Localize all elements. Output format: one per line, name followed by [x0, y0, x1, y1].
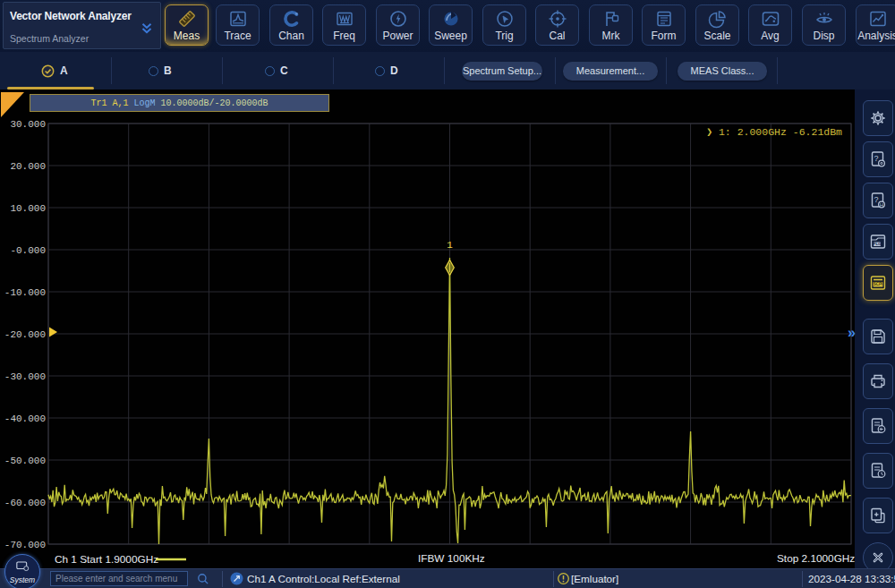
svg-text:10.000: 10.000 [10, 203, 46, 214]
svg-text:1: 1 [447, 240, 453, 251]
svg-text:-60.000: -60.000 [4, 498, 46, 508]
svg-text:-30.000: -30.000 [4, 371, 46, 382]
svg-text:❯ 1: 2.000GHz -6.21dBm: ❯ 1: 2.000GHz -6.21dBm [706, 126, 842, 138]
svg-text:-40.000: -40.000 [4, 413, 46, 424]
svg-text:SCPI: SCPI [874, 282, 883, 286]
svg-text:-20.000: -20.000 [4, 329, 46, 340]
svg-text:PLG: PLG [873, 242, 882, 246]
svg-text:?: ? [874, 195, 878, 204]
svg-text:20.000: 20.000 [10, 161, 46, 172]
svg-text:-70.000: -70.000 [4, 540, 46, 550]
svg-text:30.000: 30.000 [10, 119, 46, 130]
svg-text:-10.000: -10.000 [4, 287, 46, 298]
svg-text:-50.000: -50.000 [4, 456, 46, 466]
svg-text:?: ? [874, 154, 878, 163]
svg-text:H: H [880, 202, 883, 208]
svg-text:-0.000: -0.000 [10, 245, 46, 256]
